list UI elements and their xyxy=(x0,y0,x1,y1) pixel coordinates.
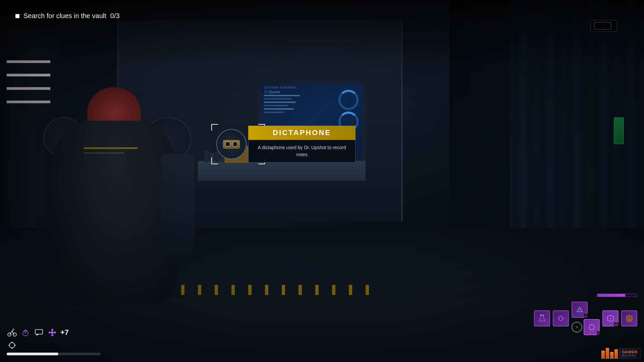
ability-buttons-row: △ × ○ xyxy=(534,302,637,335)
svg-line-24 xyxy=(562,319,564,320)
screen-line xyxy=(264,98,292,100)
armor-detail xyxy=(84,147,138,149)
ps-cross-button: × xyxy=(572,322,582,333)
ability-button-1[interactable] xyxy=(534,310,550,326)
dictaphone-cassette-icon xyxy=(223,140,240,148)
objective-marker-icon xyxy=(15,14,19,18)
ability-flower-icon xyxy=(47,327,58,338)
ability-button-l1[interactable]: L1 xyxy=(602,310,619,326)
health-bar xyxy=(7,353,58,355)
svg-text:$: $ xyxy=(629,317,630,320)
hud-abilities-container: △ × ○ xyxy=(534,294,637,335)
ability-button-2[interactable] xyxy=(553,310,569,326)
svg-point-4 xyxy=(25,329,26,331)
gg-bar-2 xyxy=(606,348,609,359)
hud-bottom-left: +7 xyxy=(7,327,114,355)
screen-lines xyxy=(264,95,304,115)
purple-bar-container xyxy=(597,294,637,297)
purple-bar xyxy=(597,294,625,297)
screen-line xyxy=(264,108,294,110)
gg-sub-text: GUIDES xyxy=(622,354,638,357)
screen-line xyxy=(264,112,284,113)
purple-bar-row xyxy=(597,294,637,297)
crosshair-icon xyxy=(7,340,17,351)
svg-line-23 xyxy=(558,319,559,320)
chat-icon xyxy=(34,327,44,338)
svg-rect-5 xyxy=(35,329,43,334)
dictaphone-icon-container xyxy=(216,129,247,159)
svg-point-6 xyxy=(51,331,54,334)
svg-point-17 xyxy=(541,318,543,320)
char-arm-right xyxy=(161,154,195,255)
triangle-label: △ xyxy=(584,314,588,318)
screen-line xyxy=(264,102,296,103)
gg-text-block: GAMER GUIDES xyxy=(619,348,641,359)
tooltip-title: DICTAPHONE xyxy=(273,128,331,137)
svg-point-8 xyxy=(51,334,53,336)
right-wall-panel xyxy=(614,117,624,144)
svg-point-10 xyxy=(54,331,56,334)
screen-logo: ⬡ Quartz xyxy=(264,90,280,94)
tooltip-title-bar: DICTAPHONE xyxy=(248,126,356,140)
circle-label: ○ xyxy=(597,331,600,335)
face-buttons-row-top: △ xyxy=(572,302,600,318)
svg-point-26 xyxy=(609,317,612,320)
hud-objective: Search for clues in the vault 0/3 xyxy=(15,12,120,20)
gg-bar-3 xyxy=(610,352,613,359)
ability-button-triangle[interactable]: △ xyxy=(572,302,588,318)
gg-main-text: GAMER xyxy=(622,350,638,354)
ability-button-circle[interactable]: ○ xyxy=(584,319,600,335)
character xyxy=(17,60,211,362)
objective-count: 0/3 xyxy=(110,12,120,20)
l1-label: L1 xyxy=(614,322,619,326)
svg-point-11 xyxy=(9,343,15,348)
char-body xyxy=(44,87,184,362)
svg-point-9 xyxy=(49,331,51,334)
screen-chart-circle xyxy=(338,90,359,110)
health-bar-container xyxy=(7,353,101,355)
dictaphone-circle xyxy=(216,129,247,159)
bike-icon xyxy=(7,327,17,338)
game-scene: ⬡ Quartz xyxy=(0,0,644,362)
gamer-guides-logo: GAMER GUIDES xyxy=(601,348,641,359)
screen-line xyxy=(264,105,288,106)
face-buttons-col: △ × ○ xyxy=(572,302,600,335)
ammo-count: +7 xyxy=(60,328,69,337)
screen-line xyxy=(264,95,300,96)
face-buttons-row-bot: × ○ xyxy=(572,319,600,335)
objective-text: Search for clues in the vault xyxy=(23,12,106,20)
svg-point-7 xyxy=(51,329,53,331)
svg-point-18 xyxy=(559,316,562,321)
item-tooltip: DICTAPHONE A dictaphone used by Dr. Upsh… xyxy=(248,126,356,163)
hud-crosshair-row xyxy=(7,340,114,351)
tooltip-desc-box: A dictaphone used by Dr. Upshot to recor… xyxy=(248,140,356,163)
ability-button-gold[interactable]: $ xyxy=(621,310,637,326)
gg-bar-chart xyxy=(601,348,618,359)
minimap-shape xyxy=(590,20,617,32)
tooltip-description: A dictaphone used by Dr. Upshot to recor… xyxy=(258,145,346,157)
power-icon xyxy=(20,327,31,338)
gg-bar-1 xyxy=(601,351,605,359)
minimap xyxy=(590,20,617,34)
hud-icons-row: +7 xyxy=(7,327,114,338)
gg-bar-4 xyxy=(614,349,618,359)
